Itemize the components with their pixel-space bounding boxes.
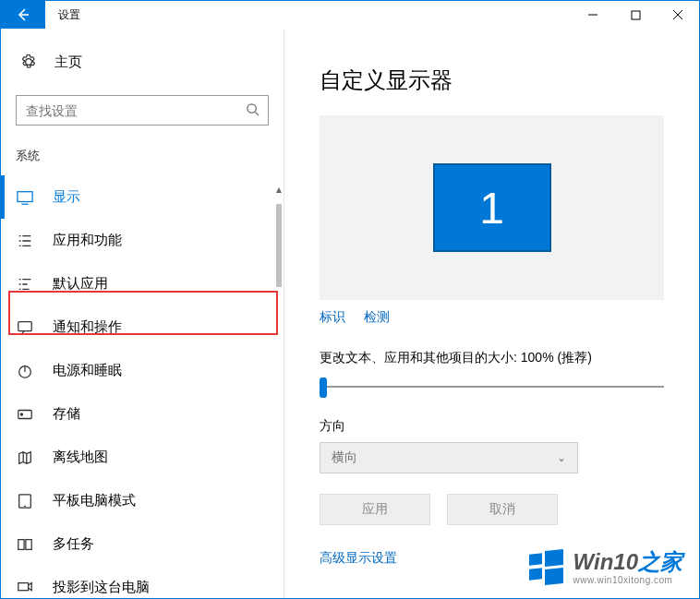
titlebar: 设置 — [1, 1, 699, 29]
slider-thumb[interactable] — [320, 377, 327, 398]
maximize-button[interactable] — [614, 1, 657, 29]
monitor-tile[interactable]: 1 — [433, 163, 551, 252]
sidebar-item-label: 离线地图 — [53, 449, 108, 466]
sidebar-item-power[interactable]: 电源和睡眠 — [1, 349, 284, 392]
map-icon — [16, 449, 34, 467]
scrollbar-thumb[interactable] — [276, 204, 282, 287]
svg-rect-9 — [26, 539, 31, 549]
storage-icon — [16, 405, 34, 424]
multitask-icon — [16, 535, 34, 554]
monitor-number: 1 — [479, 183, 504, 234]
watermark-brand: Win10之家 — [573, 550, 682, 574]
power-icon — [16, 362, 34, 380]
minimize-icon — [587, 9, 598, 20]
gear-icon — [19, 53, 38, 71]
display-preview: 1 — [320, 115, 664, 300]
sidebar-item-label: 默认应用 — [53, 275, 108, 293]
back-button[interactable] — [1, 1, 45, 29]
search-input[interactable] — [17, 103, 236, 118]
svg-point-6 — [20, 413, 22, 414]
svg-rect-0 — [632, 11, 640, 19]
arrow-left-icon — [15, 6, 31, 23]
sidebar-item-display[interactable]: 显示 — [1, 175, 284, 219]
sidebar-item-label: 平板电脑模式 — [53, 492, 136, 509]
window-title: 设置 — [45, 1, 80, 29]
sidebar-item-default-apps[interactable]: 默认应用 — [1, 262, 284, 305]
svg-rect-2 — [18, 191, 32, 201]
sidebar-nav: 显示 应用和功能 默认应用 通知和操作 — [1, 175, 284, 598]
tablet-icon — [16, 492, 34, 510]
chevron-down-icon: ⌄ — [557, 451, 566, 464]
sidebar-item-label: 通知和操作 — [53, 318, 122, 336]
body: 主页 系统 显示 应用和功能 — [1, 29, 699, 598]
svg-point-1 — [247, 103, 255, 112]
detect-link[interactable]: 检测 — [364, 309, 390, 326]
identify-link[interactable]: 标识 — [320, 309, 345, 326]
sidebar-item-multitask[interactable]: 多任务 — [1, 522, 284, 566]
close-button[interactable] — [657, 1, 699, 29]
search-box[interactable] — [16, 95, 269, 126]
windows-logo-icon — [529, 550, 564, 585]
maximize-icon — [631, 10, 641, 20]
project-icon — [16, 579, 34, 597]
search-icon — [236, 102, 268, 119]
sidebar-item-project[interactable]: 投影到这台电脑 — [1, 566, 284, 598]
page-title: 自定义显示器 — [320, 66, 664, 95]
apply-button[interactable]: 应用 — [320, 494, 430, 525]
sidebar-item-label: 应用和功能 — [53, 232, 122, 249]
sidebar-item-maps[interactable]: 离线地图 — [1, 436, 284, 479]
defaults-icon — [16, 275, 34, 294]
sidebar-item-label: 显示 — [53, 188, 80, 206]
sidebar-item-label: 多任务 — [53, 535, 94, 553]
orientation-dropdown[interactable]: 横向 ⌄ — [320, 442, 578, 473]
svg-rect-10 — [18, 582, 29, 590]
svg-rect-8 — [18, 539, 24, 549]
svg-rect-3 — [18, 321, 31, 330]
list-icon — [16, 232, 34, 250]
sidebar-item-apps[interactable]: 应用和功能 — [1, 219, 284, 262]
scale-label: 更改文本、应用和其他项目的大小: 100% (推荐) — [320, 350, 664, 366]
message-icon — [16, 318, 34, 337]
sidebar-item-label: 投影到这台电脑 — [53, 579, 150, 596]
scale-slider[interactable] — [320, 377, 664, 396]
minimize-button[interactable] — [572, 1, 614, 29]
close-icon — [672, 9, 683, 20]
watermark: Win10之家 www.win10xitong.com — [529, 550, 682, 585]
monitor-icon — [16, 188, 34, 207]
sidebar-item-label: 存储 — [53, 405, 80, 423]
sidebar-item-tablet[interactable]: 平板电脑模式 — [1, 479, 284, 522]
dropdown-value: 横向 — [332, 449, 357, 466]
orientation-label: 方向 — [320, 418, 664, 435]
sidebar-item-label: 电源和睡眠 — [53, 362, 122, 379]
watermark-url: www.win10xitong.com — [573, 575, 682, 585]
sidebar-group-label: 系统 — [1, 142, 284, 175]
settings-window: 设置 主页 — [0, 0, 700, 599]
sidebar-item-notifications[interactable]: 通知和操作 — [1, 305, 284, 349]
sidebar: 主页 系统 显示 应用和功能 — [1, 29, 284, 598]
main-content: 自定义显示器 1 标识 检测 更改文本、应用和其他项目的大小: 100% (推荐… — [284, 29, 699, 598]
home-label: 主页 — [54, 54, 82, 71]
sidebar-item-storage[interactable]: 存储 — [1, 392, 284, 436]
advanced-display-link[interactable]: 高级显示设置 — [320, 550, 397, 565]
cancel-button[interactable]: 取消 — [447, 494, 558, 525]
sidebar-home[interactable]: 主页 — [1, 29, 284, 95]
